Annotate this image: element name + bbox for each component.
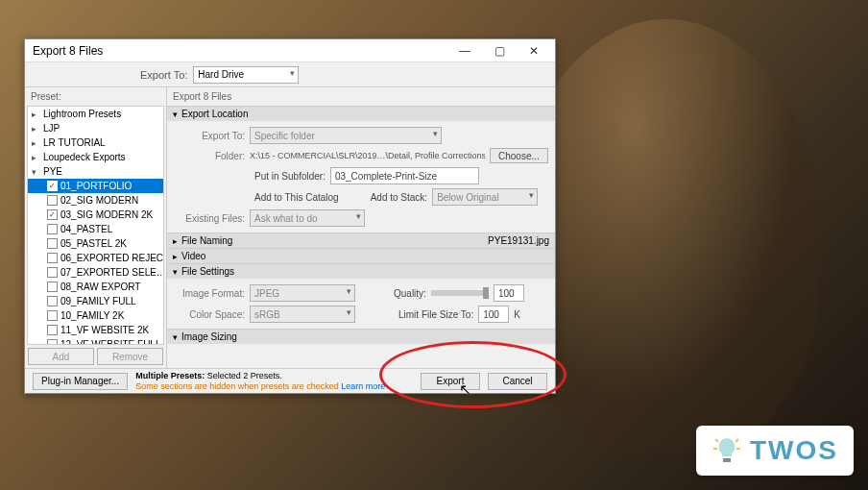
minimize-button[interactable]: — [447, 41, 482, 61]
multi-presets-label: Multiple Presets: [135, 371, 205, 380]
section-header[interactable]: ▾Export Location [167, 107, 555, 121]
dialog-footer: Plug-in Manager... Multiple Presets: Sel… [25, 368, 555, 393]
checkbox-icon[interactable] [47, 253, 58, 263]
checkbox-icon[interactable]: ✓ [47, 181, 58, 191]
tree-item[interactable]: 02_SIG MODERN [28, 193, 163, 208]
chevron-down-icon: ▾ [173, 110, 178, 119]
tree-item[interactable]: 09_FAMILY FULL [28, 294, 163, 308]
slider-handle-icon[interactable] [483, 287, 489, 299]
cancel-button[interactable]: Cancel [488, 373, 547, 390]
existing-files-select[interactable]: Ask what to do [250, 209, 365, 227]
subfolder-input[interactable]: 03_Complete-Print-Size [330, 167, 479, 184]
hidden-warning: Some sections are hidden when presets ar… [135, 381, 339, 391]
checkbox-icon[interactable]: ✓ [47, 209, 58, 220]
tree-item[interactable]: 06_EXPORTED REJEC… [28, 251, 163, 265]
section-file-settings: ▾File Settings Image Format:JPEGQuality:… [167, 263, 555, 329]
lightbulb-icon [711, 435, 742, 466]
tree-item[interactable]: 04_PASTEL [28, 222, 163, 236]
checkbox-icon[interactable] [47, 282, 58, 292]
preset-tree[interactable]: ▸Lightroom Presets ▸LJP ▸LR TUTORIAL ▸Lo… [27, 106, 164, 345]
right-header: Export 8 Files [167, 87, 555, 106]
image-format-select[interactable]: JPEG [250, 284, 355, 302]
tree-item[interactable]: 07_EXPORTED SELE… [28, 265, 163, 280]
checkbox-icon[interactable] [47, 310, 58, 321]
twos-badge: TWOS [696, 426, 854, 476]
filename-example: PYE19131.jpg [488, 235, 549, 246]
tree-item[interactable]: ✓01_PORTFOLIO [28, 179, 163, 193]
plugin-manager-button[interactable]: Plug-in Manager... [33, 373, 128, 390]
export-to-label: Export To: [140, 69, 187, 81]
checkbox-icon[interactable] [47, 296, 58, 306]
tree-item[interactable]: ▸Loupedeck Exports [28, 150, 163, 164]
section-header[interactable]: ▸File NamingPYE19131.jpg [167, 233, 555, 248]
settings-panel: Export 8 Files ▾Export Location Export T… [167, 87, 555, 368]
selected-count: Selected 2 Presets. [207, 371, 282, 380]
title-bar[interactable]: Export 8 Files — ▢ ✕ [25, 39, 555, 62]
checkbox-icon[interactable] [47, 238, 58, 249]
tree-item[interactable]: ▸LR TUTORIAL [28, 135, 163, 150]
checkbox-icon[interactable] [47, 195, 58, 206]
limit-size-input[interactable]: 100 [478, 306, 509, 323]
choose-folder-button[interactable]: Choose... [490, 148, 548, 163]
checkbox-icon[interactable] [47, 325, 58, 335]
section-header[interactable]: ▾File Settings [167, 264, 555, 279]
tree-item[interactable]: ▸Lightroom Presets [28, 107, 163, 121]
section-image-sizing: ▾Image Sizing [167, 329, 555, 344]
chevron-down-icon: ▾ [173, 332, 178, 342]
preset-panel: Preset: ▸Lightroom Presets ▸LJP ▸LR TUTO… [25, 87, 167, 368]
export-button[interactable]: Export [421, 373, 480, 390]
location-export-to-select[interactable]: Specific folder [250, 127, 442, 144]
chevron-right-icon: ▸ [173, 236, 178, 246]
svg-rect-0 [723, 458, 731, 462]
quality-input[interactable]: 100 [494, 284, 524, 302]
learn-more-link[interactable]: Learn more [341, 381, 385, 391]
maximize-button[interactable]: ▢ [482, 41, 517, 61]
window-title: Export 8 Files [33, 44, 447, 58]
tree-item[interactable]: 11_VF WEBSITE 2K [28, 323, 163, 337]
section-header[interactable]: ▸Video [167, 249, 555, 263]
export-to-select[interactable]: Hard Drive [193, 66, 299, 84]
add-preset-button[interactable]: Add [28, 348, 94, 365]
color-space-select[interactable]: sRGB [250, 306, 355, 323]
checkbox-icon[interactable] [47, 267, 58, 278]
stack-position-select[interactable]: Below Original [432, 188, 538, 206]
chevron-right-icon: ▸ [173, 252, 178, 261]
tree-item[interactable]: ▾PYE [28, 164, 163, 179]
tree-item[interactable]: 08_RAW EXPORT [28, 280, 163, 294]
section-video: ▸Video [167, 248, 555, 263]
export-to-bar: Export To: Hard Drive [25, 62, 555, 87]
quality-slider[interactable] [431, 290, 489, 296]
tree-item[interactable]: 05_PASTEL 2K [28, 236, 163, 251]
section-header[interactable]: ▾Image Sizing [167, 330, 555, 344]
tree-item[interactable]: ▸LJP [28, 121, 163, 135]
chevron-down-icon: ▾ [173, 267, 178, 277]
close-button[interactable]: ✕ [517, 41, 551, 61]
tree-item[interactable]: ✓03_SIG MODERN 2K [28, 208, 163, 222]
folder-path: X:\15 - COMMERCIAL\SLR\2019…\Detail, Pro… [250, 151, 485, 160]
tree-item[interactable]: 10_FAMILY 2K [28, 308, 163, 323]
export-dialog: Export 8 Files — ▢ ✕ Export To: Hard Dri… [24, 38, 556, 394]
preset-label: Preset: [25, 87, 166, 106]
remove-preset-button[interactable]: Remove [97, 348, 163, 365]
checkbox-icon[interactable] [47, 224, 58, 234]
section-export-location: ▾Export Location Export To:Specific fold… [167, 106, 555, 233]
tree-item[interactable]: 12_VF WEBSITE FULL [28, 337, 163, 345]
section-file-naming: ▸File NamingPYE19131.jpg [167, 233, 555, 248]
